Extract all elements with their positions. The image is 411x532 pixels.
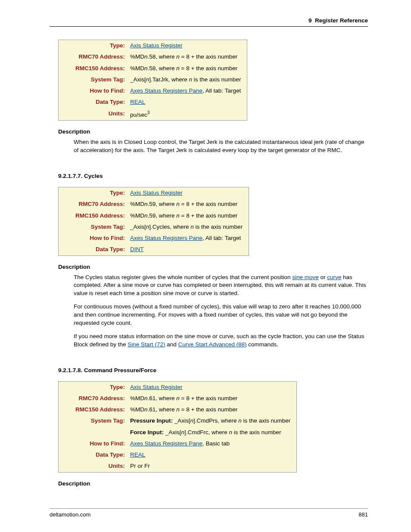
description-p3: If you need more status information on t… xyxy=(74,333,368,349)
register-table-3: Type: Axis Status Register RMC70 Address… xyxy=(58,381,297,473)
page-footer: deltamotion.com 881 xyxy=(50,508,368,518)
systag-value: _Axis[n].Cycles, where n is the axis num… xyxy=(128,221,249,233)
label-rmc70: RMC70 Address: xyxy=(59,51,128,62)
label-dtype: Data Type: xyxy=(59,96,128,108)
page-header: 9 Register Reference xyxy=(50,17,368,27)
type-link[interactable]: Axis Status Register xyxy=(130,190,183,196)
label-type: Type: xyxy=(59,381,128,393)
description-p1: The Cycles status register gives the who… xyxy=(74,274,368,298)
rmc70-value: %MDn.59, where n = 8 + the axis number xyxy=(128,199,249,210)
label-type: Type: xyxy=(59,187,128,199)
footer-page: 881 xyxy=(358,511,368,518)
label-systag: System Tag: xyxy=(59,415,128,426)
footer-site: deltamotion.com xyxy=(50,511,90,518)
section-heading-cmdpf: 9.2.1.7.8. Command Pressure/Force xyxy=(58,367,368,373)
label-rmc150: RMC150 Address: xyxy=(59,210,128,221)
rmc70-value: %MDn.61, where n = 8 + the axis number xyxy=(128,393,297,404)
label-rmc150: RMC150 Address: xyxy=(59,404,128,415)
rmc150-value: %MDn.59, where n = 8 + the axis number xyxy=(128,210,249,221)
howfind-value: Axes Status Registers Pane, Basic tab xyxy=(128,438,297,449)
label-units: Units: xyxy=(59,460,128,472)
label-rmc70: RMC70 Address: xyxy=(59,393,128,404)
chapter-title: Register Reference xyxy=(315,17,368,24)
label-units: Units: xyxy=(59,108,128,121)
description-p2: For continuous moves (without a fixed nu… xyxy=(74,303,368,327)
type-link[interactable]: Axis Status Register xyxy=(130,42,183,49)
label-howfind: How to Find: xyxy=(59,438,128,449)
label-systag: System Tag: xyxy=(59,74,128,85)
label-howfind: How to Find: xyxy=(59,233,128,244)
description-heading-1: Description xyxy=(58,128,368,135)
howfind-value: Axes Status Registers Pane, All tab: Tar… xyxy=(128,85,247,96)
dtype-link[interactable]: REAL xyxy=(130,451,145,458)
type-link[interactable]: Axis Status Register xyxy=(130,384,183,390)
rmc150-value: %MDn.58, where n = 8 + the axis number xyxy=(128,63,247,74)
label-type: Type: xyxy=(59,40,128,52)
label-howfind: How to Find: xyxy=(59,85,128,96)
label-rmc70: RMC70 Address: xyxy=(59,199,128,210)
dtype-link[interactable]: DINT xyxy=(130,246,144,252)
description-text-1: When the axis is in Closed Loop control,… xyxy=(74,138,368,155)
rmc150-value: %MDn.61, where n = 8 + the axis number xyxy=(128,404,297,415)
chapter-num: 9 xyxy=(308,17,312,24)
rmc70-value: %MDn.58, where n = 8 + the axis number xyxy=(128,51,247,62)
register-table-1: Type: Axis Status Register RMC70 Address… xyxy=(58,40,247,121)
description-heading-2: Description xyxy=(58,264,368,270)
systag-value: _Axis[n].TarJrk, where n is the axis num… xyxy=(128,74,247,85)
units-value: Pr or Fr xyxy=(128,460,297,472)
label-dtype: Data Type: xyxy=(59,244,128,255)
description-heading-3: Description xyxy=(58,480,368,487)
register-table-2: Type: Axis Status Register RMC70 Address… xyxy=(58,187,249,256)
systag-value-f: Force Input: _Axis[n].CmdFrc, where n is… xyxy=(128,427,297,438)
section-heading-cycles: 9.2.1.7.7. Cycles xyxy=(58,173,368,179)
label-rmc150: RMC150 Address: xyxy=(59,63,128,74)
systag-value-p: Pressure Input: _Axis[n].CmdPrs, where n… xyxy=(128,415,297,426)
howfind-value: Axes Status Registers Pane, All tab: Tar… xyxy=(128,233,249,244)
dtype-link[interactable]: REAL xyxy=(130,99,145,105)
label-dtype: Data Type: xyxy=(59,449,128,460)
units-value: pu/sec3 xyxy=(128,108,247,121)
label-systag: System Tag: xyxy=(59,221,128,233)
